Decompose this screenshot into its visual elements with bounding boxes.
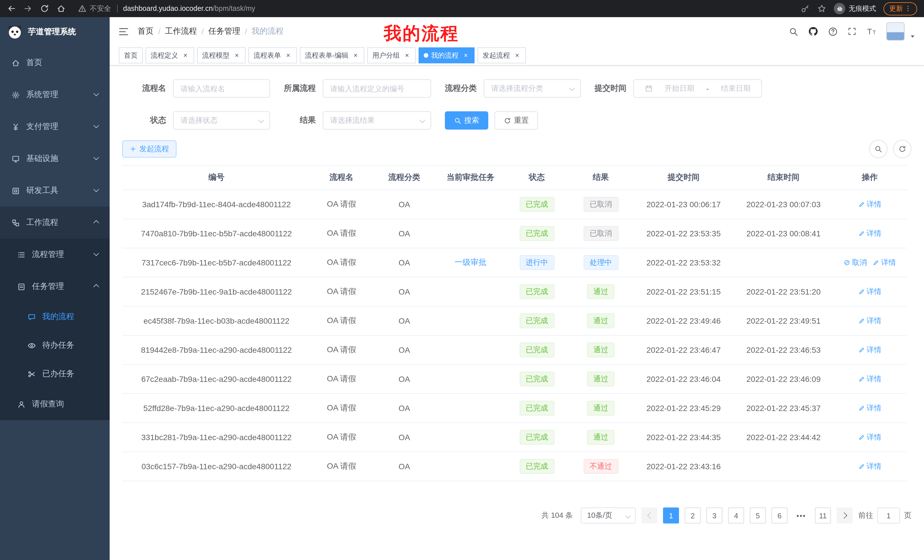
font-size-icon[interactable]: TT [866, 26, 877, 36]
detail-link[interactable]: 详情 [858, 287, 882, 297]
incognito-badge[interactable]: 无痕模式 [834, 3, 876, 14]
goto-page-input[interactable] [877, 508, 900, 524]
sidebar-item-4[interactable]: 基础设施 [0, 143, 110, 175]
page-button-5[interactable]: 5 [750, 508, 766, 524]
logo-row[interactable]: 芋道管理系统 [0, 17, 110, 47]
detail-link[interactable]: 详情 [858, 461, 882, 472]
tab-close-icon[interactable]: × [403, 52, 411, 59]
process-name-input[interactable] [173, 79, 270, 97]
table-row[interactable]: 7317cec6-7b9b-11ec-b5b7-acde48001122OA 请… [122, 248, 907, 277]
tab-close-icon[interactable]: × [284, 52, 292, 59]
url-host[interactable]: dashboard.yudao.iocoder.cn [123, 4, 213, 13]
tab-close-icon[interactable]: × [233, 52, 240, 59]
key-icon[interactable] [801, 4, 810, 13]
search-icon[interactable] [789, 27, 798, 36]
avatar-caret-icon[interactable] [910, 34, 915, 39]
detail-link[interactable]: 详情 [858, 316, 882, 326]
github-icon[interactable] [808, 26, 818, 36]
address-bar[interactable]: 不安全 dashboard.yudao.iocoder.cn/bpm/task/… [78, 4, 801, 13]
category-select[interactable]: 请选择流程分类 [484, 79, 581, 97]
detail-link[interactable]: 详情 [858, 432, 882, 442]
refresh-table-button[interactable] [893, 140, 911, 158]
hamburger-icon[interactable] [118, 26, 129, 37]
sidebar-item-2[interactable]: 系统管理 [0, 79, 110, 111]
detail-link[interactable]: 详情 [858, 345, 882, 355]
page-button-3[interactable]: 3 [706, 508, 722, 524]
forward-icon[interactable] [23, 4, 33, 13]
tab-close-icon[interactable]: × [462, 52, 470, 59]
sidebar-item-7[interactable]: 流程管理 [0, 239, 110, 271]
page-button-2[interactable]: 2 [685, 508, 701, 524]
table-row[interactable]: 03c6c157-7b9a-11ec-a290-acde48001122OA 请… [122, 452, 907, 481]
back-icon[interactable] [7, 4, 16, 13]
tab-3[interactable]: 流程模型× [197, 47, 246, 63]
create-process-button[interactable]: 发起流程 [122, 141, 177, 157]
table-row[interactable]: 819442e8-7b9a-11ec-a290-acde48001122OA 请… [122, 335, 907, 364]
sidebar-item-9[interactable]: 我的流程 [0, 302, 110, 331]
tab-2[interactable]: 流程定义× [146, 47, 194, 63]
tab-6[interactable]: 用户分组× [367, 47, 416, 63]
tab-close-icon[interactable]: × [352, 52, 359, 59]
help-icon[interactable] [828, 27, 838, 36]
page-button-1[interactable]: 1 [663, 508, 679, 524]
detail-link[interactable]: 详情 [858, 228, 882, 239]
sidebar-item-1[interactable]: 首页 [0, 47, 110, 79]
security-label[interactable]: 不安全 [90, 4, 111, 13]
prev-page-button[interactable] [641, 508, 657, 524]
update-button[interactable]: 更新 [884, 2, 917, 15]
tab-close-icon[interactable]: × [182, 52, 189, 59]
cancel-link[interactable]: 取消 [843, 258, 867, 268]
result-select[interactable]: 请选择流结果 [322, 111, 431, 130]
table-row[interactable]: 331bc281-7b9a-11ec-a290-acde48001122OA 请… [122, 423, 907, 452]
table-row[interactable]: 7470a810-7b9b-11ec-b5b7-acde48001122OA 请… [122, 219, 907, 248]
url-path[interactable]: /bpm/task/my [213, 4, 255, 13]
page-button-11[interactable]: 11 [815, 508, 831, 524]
page-ellipsis[interactable]: ••• [793, 508, 809, 524]
breadcrumb-item-2[interactable]: 工作流程 [165, 26, 197, 36]
page-button-6[interactable]: 6 [771, 508, 788, 524]
page-button-4[interactable]: 4 [728, 508, 744, 524]
tab-5[interactable]: 流程表单-编辑× [300, 47, 364, 63]
browser-home-icon[interactable] [57, 4, 66, 13]
detail-link[interactable]: 详情 [858, 199, 882, 210]
detail-link[interactable]: 详情 [858, 403, 882, 413]
table-row[interactable]: 52ffd28e-7b9a-11ec-a290-acde48001122OA 请… [122, 394, 907, 423]
sidebar-item-8[interactable]: 任务管理 [0, 271, 110, 302]
page-size-select[interactable]: 10条/页 [581, 508, 636, 524]
table-row[interactable]: ec45f38f-7b9a-11ec-b03b-acde48001122OA 请… [122, 306, 907, 335]
bookmark-star-icon[interactable] [817, 4, 826, 13]
sidebar-item-5[interactable]: 研发工具 [0, 175, 110, 207]
table-row[interactable]: 2152467e-7b9b-11ec-9a1b-acde48001122OA 请… [122, 277, 907, 306]
tab-8[interactable]: 发起流程× [477, 47, 526, 63]
table-row[interactable]: 3ad174fb-7b9d-11ec-8404-acde48001122OA 请… [122, 190, 907, 219]
process-def-input[interactable] [322, 79, 431, 97]
breadcrumb-item-1[interactable]: 首页 [138, 26, 154, 36]
sidebar-item-10[interactable]: 待办任务 [0, 331, 110, 359]
toggle-search-button[interactable] [869, 140, 888, 158]
edit-icon [858, 288, 865, 295]
sidebar-item-3[interactable]: 支付管理 [0, 111, 110, 143]
search-button[interactable]: 搜索 [445, 111, 488, 130]
next-page-button[interactable] [837, 508, 853, 524]
detail-link[interactable]: 详情 [858, 374, 882, 384]
reload-icon[interactable] [40, 4, 49, 13]
hamburger-icon [118, 26, 129, 37]
sidebar-item-12[interactable]: 请假查询 [0, 388, 110, 420]
tab-7[interactable]: 我的流程× [418, 47, 475, 63]
edit-icon [858, 317, 865, 324]
breadcrumb-item-3[interactable]: 任务管理 [208, 26, 240, 36]
detail-link[interactable]: 详情 [873, 258, 896, 268]
tab-close-icon[interactable]: × [513, 52, 521, 59]
tab-1[interactable]: 首页 [119, 47, 143, 63]
cell-result: 通过 [569, 423, 633, 452]
reset-button[interactable]: 重置 [495, 111, 538, 130]
table-row[interactable]: 67c2eaab-7b9a-11ec-a290-acde48001122OA 请… [122, 364, 907, 394]
tab-4[interactable]: 流程表单× [248, 47, 297, 63]
avatar[interactable] [886, 22, 904, 40]
fullscreen-icon[interactable] [848, 27, 856, 36]
date-range-picker[interactable]: 开始日期 - 结束日期 [633, 79, 762, 97]
status-select[interactable]: 请选择状态 [173, 111, 270, 130]
current-task-link[interactable]: 一级审批 [454, 258, 486, 267]
sidebar-item-11[interactable]: 已办任务 [0, 359, 110, 388]
sidebar-item-6[interactable]: 工作流程 [0, 207, 110, 239]
